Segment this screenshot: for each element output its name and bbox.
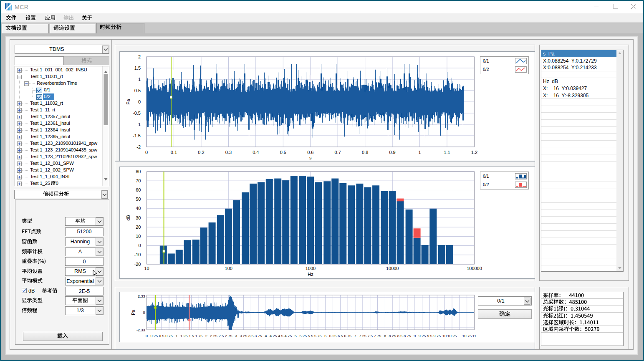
svg-text:4.25: 4.25	[270, 334, 277, 338]
svg-text:4.75: 4.75	[285, 334, 292, 338]
svg-text:0.6: 0.6	[307, 150, 313, 155]
svg-text:10: 10	[442, 334, 447, 338]
svg-text:1: 1	[419, 150, 421, 155]
svg-text:9.25: 9.25	[419, 334, 426, 338]
svg-text:0.1: 0.1	[171, 150, 177, 155]
svg-text:dB: dB	[126, 215, 131, 220]
svg-text:0: 0	[146, 334, 148, 338]
svg-text:7: 7	[354, 334, 356, 338]
svg-text:-1: -1	[136, 122, 141, 127]
svg-text:10.25: 10.25	[447, 334, 457, 338]
svg-text:6.5: 6.5	[338, 334, 343, 338]
svg-text:2: 2	[205, 334, 207, 338]
svg-text:5.5: 5.5	[308, 334, 313, 338]
svg-text:0.7: 0.7	[335, 150, 341, 155]
svg-text:20: 20	[136, 225, 141, 230]
svg-text:8.5: 8.5	[397, 334, 403, 338]
svg-text:10: 10	[136, 234, 141, 239]
svg-text:1: 1	[175, 334, 177, 338]
svg-text:6.75: 6.75	[344, 334, 351, 338]
svg-text:1000: 1000	[306, 266, 316, 271]
svg-text:1.1: 1.1	[444, 150, 450, 155]
svg-text:80: 80	[136, 169, 141, 174]
svg-text:2.25: 2.25	[210, 334, 217, 338]
svg-text:-1.5: -1.5	[133, 133, 141, 138]
svg-text:30: 30	[136, 215, 141, 220]
svg-text:10: 10	[144, 266, 149, 271]
svg-text:0: 0	[145, 150, 148, 155]
svg-text:-2: -2	[136, 144, 141, 149]
svg-text:0.5: 0.5	[134, 88, 141, 93]
svg-text:10.75: 10.75	[462, 334, 472, 338]
svg-text:4.5: 4.5	[278, 334, 283, 338]
svg-text:2.5: 2.5	[219, 334, 224, 338]
svg-text:100: 100	[225, 266, 232, 271]
svg-text:6: 6	[324, 334, 326, 338]
svg-text:0.3: 0.3	[225, 150, 232, 155]
svg-text:10000: 10000	[386, 266, 399, 271]
svg-text:0.4: 0.4	[253, 150, 259, 155]
svg-text:0: 0	[143, 311, 145, 315]
svg-text:3: 3	[235, 334, 237, 338]
svg-text:3.5: 3.5	[248, 334, 254, 338]
svg-text:0.9: 0.9	[389, 150, 395, 155]
svg-text:9: 9	[414, 334, 416, 338]
svg-text:2: 2	[138, 54, 141, 59]
svg-text:6.25: 6.25	[329, 334, 337, 338]
svg-text:Pa: Pa	[126, 98, 131, 104]
svg-text:0.2: 0.2	[198, 150, 204, 155]
svg-text:1.75: 1.75	[195, 334, 203, 338]
svg-text:50: 50	[136, 197, 141, 202]
svg-text:9.75: 9.75	[434, 334, 441, 338]
svg-text:0.8: 0.8	[362, 150, 368, 155]
svg-text:70: 70	[136, 178, 141, 183]
svg-text:40: 40	[136, 206, 141, 211]
svg-text:1: 1	[138, 77, 141, 82]
svg-text:2.75: 2.75	[225, 334, 232, 338]
svg-text:2.33: 2.33	[138, 294, 145, 298]
svg-text:3.25: 3.25	[240, 334, 247, 338]
svg-text:60: 60	[136, 187, 141, 192]
svg-text:8.75: 8.75	[404, 334, 411, 338]
svg-text:4: 4	[265, 334, 267, 338]
svg-text:5.25: 5.25	[299, 334, 307, 338]
svg-text:7.25: 7.25	[359, 334, 366, 338]
svg-text:1.5: 1.5	[134, 66, 141, 71]
svg-text:100000: 100000	[467, 266, 482, 271]
svg-text:5: 5	[295, 334, 297, 338]
svg-text:11: 11	[472, 334, 476, 338]
svg-text:s: s	[309, 155, 312, 160]
svg-text:Pa: Pa	[131, 310, 136, 315]
svg-text:-0.5: -0.5	[133, 111, 141, 116]
svg-text:3.75: 3.75	[255, 334, 262, 338]
svg-text:1.25: 1.25	[180, 334, 188, 338]
svg-text:5.75: 5.75	[314, 334, 322, 338]
svg-text:0.75: 0.75	[165, 334, 173, 338]
svg-text:-2.33: -2.33	[136, 328, 145, 332]
svg-text:-20: -20	[134, 262, 141, 267]
svg-text:Hz: Hz	[308, 272, 313, 277]
svg-text:1.2: 1.2	[471, 150, 477, 155]
svg-text:0: 0	[138, 243, 141, 248]
svg-text:0.25: 0.25	[151, 334, 158, 338]
svg-text:8: 8	[384, 334, 386, 338]
svg-text:7.75: 7.75	[374, 334, 381, 338]
svg-text:-10: -10	[134, 252, 141, 257]
svg-text:8.25: 8.25	[389, 334, 396, 338]
svg-text:7.5: 7.5	[367, 334, 373, 338]
svg-text:0.5: 0.5	[280, 150, 286, 155]
svg-text:0.5: 0.5	[159, 334, 164, 338]
svg-text:0: 0	[138, 99, 141, 104]
svg-text:9.5: 9.5	[427, 334, 432, 338]
svg-text:1.5: 1.5	[189, 334, 194, 338]
